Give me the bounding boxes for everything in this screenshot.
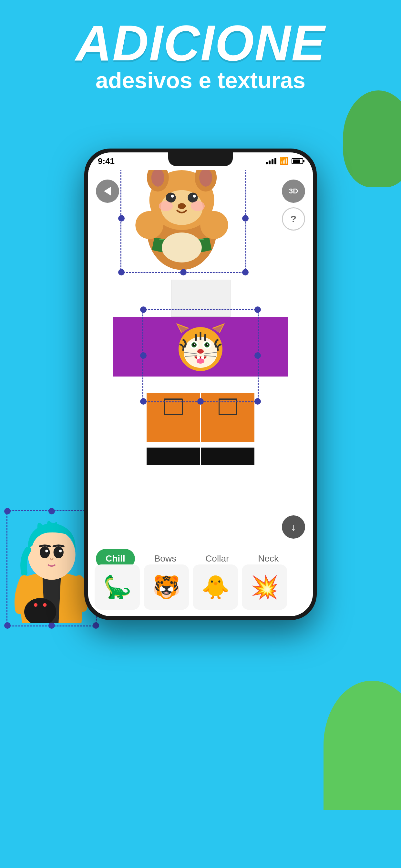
stripe-right (201, 442, 254, 447)
girl-handle-bl[interactable] (4, 622, 11, 629)
status-time: 9:41 (98, 156, 115, 166)
pants-left (147, 393, 200, 465)
handle-bl[interactable] (118, 269, 125, 275)
tiger-handle-ml[interactable] (140, 352, 147, 359)
selection-box-tiger (143, 309, 258, 402)
help-label: ? (290, 213, 297, 224)
sticker-tiger[interactable]: 🐯 (144, 564, 189, 610)
shiba-sticker-container[interactable] (120, 170, 246, 273)
tiger-handle-tl[interactable] (140, 306, 147, 313)
svg-point-41 (54, 547, 64, 558)
tiger-handle-br[interactable] (254, 398, 261, 405)
pants-right (201, 393, 254, 465)
phone-notch (168, 152, 233, 166)
status-icons: 📶 (266, 157, 303, 165)
download-icon: ↓ (291, 521, 296, 533)
sticker-explosion[interactable]: 💥 (242, 564, 287, 610)
handle-br[interactable] (242, 269, 249, 275)
tiger-handle-bm[interactable] (197, 398, 204, 405)
battery-fill (293, 159, 300, 163)
girl-handle-br[interactable] (93, 622, 99, 629)
back-button[interactable] (96, 180, 119, 203)
phone-inner: 9:41 📶 (88, 152, 313, 616)
pants-right-bottom (201, 447, 254, 465)
selection-box-shiba (120, 170, 246, 273)
stripe-left (147, 442, 200, 447)
svg-point-42 (45, 550, 48, 553)
sticker-duck[interactable]: 🐥 (193, 564, 238, 610)
anime-girl-sticker-container[interactable] (6, 510, 97, 626)
handle-mr[interactable] (242, 215, 249, 221)
pants-left-bottom (147, 447, 200, 465)
svg-point-43 (59, 550, 62, 553)
anime-girl-sticker (10, 514, 94, 623)
tiger-handle-mr[interactable] (254, 352, 261, 359)
signal-icon (266, 158, 276, 164)
handle-bm[interactable] (180, 269, 187, 275)
download-button[interactable]: ↓ (282, 516, 305, 538)
handle-ml[interactable] (118, 215, 125, 221)
header-subtitle: adesivos e texturas (0, 67, 401, 94)
phone-mockup: 9:41 📶 (84, 149, 317, 620)
tiger-handle-bl[interactable] (140, 398, 147, 405)
tiger-handle-tr[interactable] (254, 306, 261, 313)
wifi-icon: 📶 (280, 157, 288, 165)
back-arrow-icon (104, 187, 111, 196)
battery-icon (291, 158, 303, 164)
sticker-dinosaur[interactable]: 🦕 (95, 564, 140, 610)
help-button[interactable]: ? (282, 207, 305, 230)
phone-body: 9:41 📶 (84, 149, 317, 620)
3d-label: 3D (289, 187, 298, 195)
girl-handle-bm[interactable] (49, 622, 55, 629)
header-title: ADICIONE (0, 20, 401, 67)
svg-point-40 (40, 547, 50, 558)
svg-point-47 (34, 603, 37, 607)
sticker-grid: 🦕 🐯 🐥 💥 (88, 564, 313, 610)
shirt-template (113, 280, 288, 465)
header: ADICIONE adesivos e texturas (0, 20, 401, 94)
phone-content: 3D ? (88, 170, 313, 616)
3d-button[interactable]: 3D (282, 180, 305, 203)
svg-point-48 (43, 603, 47, 607)
